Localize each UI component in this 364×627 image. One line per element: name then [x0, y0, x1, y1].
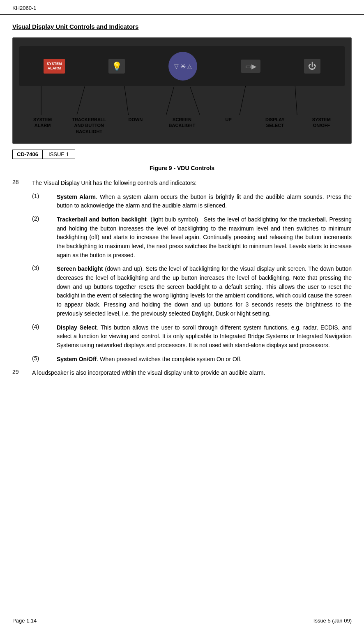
power-icon: ⏻	[308, 62, 316, 71]
trackerball-backlight-button[interactable]: 💡	[108, 59, 125, 74]
para-5-num: (5)	[32, 355, 57, 364]
leader-lines-svg	[19, 86, 345, 115]
paragraph-2: (2) Trackerball and button backlight (li…	[12, 215, 352, 260]
lightbulb-icon: 💡	[112, 61, 122, 71]
para-5-text: System On/Off. When pressed switches the…	[57, 355, 352, 364]
system-alarm-button-area: SYSTEMALARM	[44, 59, 65, 74]
main-content: Visual Display Unit Controls and Indicat…	[0, 15, 364, 391]
paragraph-4: (4) Display Select. This button allows t…	[12, 323, 352, 350]
trackerball-backlight-button-area: 💡	[108, 59, 125, 74]
para-1-num: (1)	[32, 193, 57, 210]
para-29-text: A loudspeaker is also incorporated withi…	[32, 369, 352, 378]
para-1-text: System Alarm. When a system alarm occurs…	[57, 193, 352, 210]
figure-caption: Figure 9 - VDU Controls	[12, 165, 352, 171]
para-4-num: (4)	[32, 323, 57, 350]
label-up: UP	[205, 117, 252, 122]
leader-lines-area	[19, 86, 345, 115]
label-display-select: DISPLAYSELECT	[252, 117, 298, 129]
label-screen-backlight: SCREENBACKLIGHT	[159, 117, 205, 129]
display-select-icon: ▭▶	[245, 62, 256, 70]
page-footer: Page 1.14 Issue 5 (Jan 09)	[0, 614, 364, 627]
system-onoff-button[interactable]: ⏻	[304, 59, 320, 74]
doc-id: KH2060-1	[12, 5, 37, 11]
cd-number: CD-7406	[12, 150, 43, 159]
para-29-num: 29	[12, 369, 32, 378]
para-1-spacer	[12, 193, 32, 210]
screen-backlight-group-area: ▽ ✳ △	[168, 52, 197, 81]
label-trackerball: TRACKERBALLAND BUTTONBACKLIGHT	[66, 117, 112, 134]
svg-line-3	[166, 86, 174, 115]
footer-page: Page 1.14	[12, 618, 37, 624]
svg-line-4	[190, 86, 200, 115]
label-system-onoff: SYSTEMON/OFF	[298, 117, 345, 129]
para-3-num: (3)	[32, 265, 57, 318]
para-5-spacer	[12, 355, 32, 364]
paragraph-29: 29 A loudspeaker is also incorporated wi…	[12, 369, 352, 378]
cd-box-row: CD-7406 ISSUE 1	[12, 150, 352, 159]
screen-backlight-group: ▽ ✳ △	[168, 52, 197, 81]
paragraph-28: 28 The Visual Display Unit has the follo…	[12, 179, 352, 188]
vdu-panel: SYSTEMALARM 💡 ▽ ✳ △	[19, 46, 345, 86]
para-2-spacer	[12, 215, 32, 260]
alarm-btn-label: SYSTEMALARM	[47, 62, 62, 71]
svg-line-2	[124, 86, 129, 115]
backlight-up-button[interactable]: △	[187, 63, 192, 69]
para-2-num: (2)	[32, 215, 57, 260]
page-header: KH2060-1	[0, 0, 364, 15]
section-title: Visual Display Unit Controls and Indicat…	[12, 23, 352, 30]
para-3-spacer	[12, 265, 32, 318]
display-select-button-area: ▭▶	[241, 60, 260, 73]
paragraph-3: (3) Screen backlight (down and up). Sets…	[12, 265, 352, 318]
labels-row: SYSTEMALARM TRACKERBALLAND BUTTONBACKLIG…	[19, 115, 345, 138]
para-2-text: Trackerball and button backlight (light …	[57, 215, 352, 260]
para-4-spacer	[12, 323, 32, 350]
footer-issue: Issue 5 (Jan 09)	[313, 618, 352, 624]
para-3-text: Screen backlight (down and up). Sets the…	[57, 265, 352, 318]
svg-line-5	[240, 86, 245, 115]
figure-container: SYSTEMALARM 💡 ▽ ✳ △	[12, 37, 352, 144]
system-onoff-button-area: ⏻	[304, 59, 320, 74]
para-28-text: The Visual Display Unit has the followin…	[32, 179, 352, 188]
system-alarm-button[interactable]: SYSTEMALARM	[44, 59, 65, 74]
svg-line-6	[295, 86, 297, 115]
label-system-alarm: SYSTEMALARM	[19, 117, 66, 129]
backlight-sun-icon: ✳	[180, 62, 186, 70]
display-select-button[interactable]: ▭▶	[241, 60, 260, 73]
paragraph-1: (1) System Alarm. When a system alarm oc…	[12, 193, 352, 210]
label-down: DOWN	[112, 117, 159, 122]
backlight-controls: ▽ ✳ △	[174, 62, 192, 70]
svg-line-1	[77, 86, 85, 115]
issue-label: ISSUE 1	[43, 150, 75, 159]
backlight-down-button[interactable]: ▽	[174, 63, 179, 69]
para-28-num: 28	[12, 179, 32, 188]
para-4-text: Display Select. This button allows the u…	[57, 323, 352, 350]
paragraph-5: (5) System On/Off. When pressed switches…	[12, 355, 352, 364]
